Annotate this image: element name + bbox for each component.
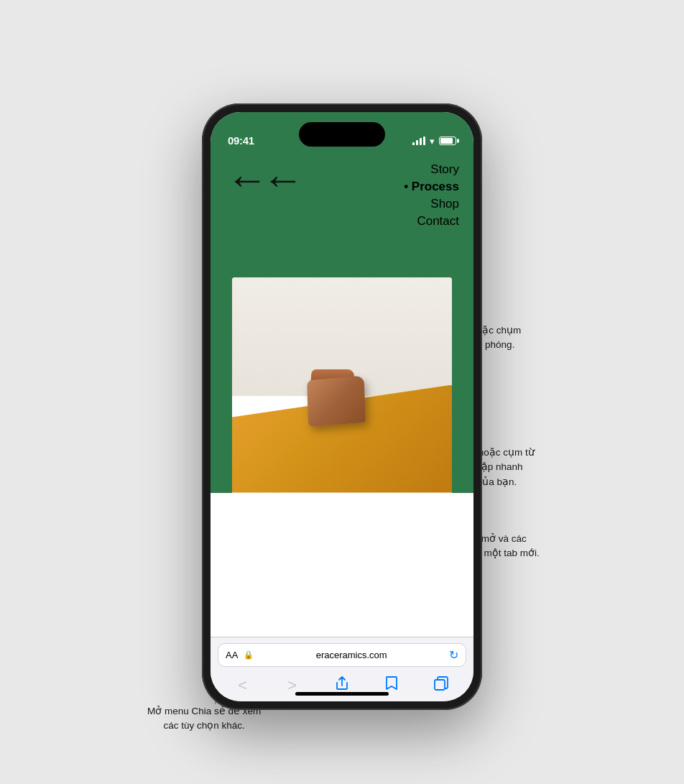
address-bar[interactable]: AA 🔒 eraceramics.com ↻ (218, 643, 466, 667)
lock-icon: 🔒 (244, 650, 254, 660)
nav-process[interactable]: Process (404, 180, 459, 194)
phone-screen: 09:41 ▾ (211, 112, 473, 701)
nav-story[interactable]: Story (430, 162, 459, 177)
ceramic-object (308, 378, 365, 428)
tabs-button[interactable] (428, 673, 454, 698)
site-nav: Story Process Shop Contact (404, 162, 459, 229)
nav-shop[interactable]: Shop (430, 197, 459, 211)
battery-icon (439, 137, 456, 145)
ceramic-body (307, 375, 366, 427)
dynamic-island (299, 122, 385, 147)
reload-button[interactable]: ↻ (449, 648, 458, 662)
status-icons: ▾ (412, 136, 456, 147)
back-icon: < (238, 676, 247, 695)
back-button[interactable]: < (230, 673, 256, 698)
home-indicator (295, 692, 389, 696)
product-image-container (232, 277, 452, 493)
url-display[interactable]: eraceramics.com (259, 650, 443, 660)
tabs-icon (434, 676, 448, 694)
nav-contact[interactable]: Contact (417, 214, 459, 229)
wifi-icon: ▾ (430, 136, 435, 147)
web-content: ←← Story Process Shop Contact (211, 112, 473, 637)
signal-icon (412, 137, 425, 145)
safari-toolbar: < > (211, 670, 473, 701)
aa-button[interactable]: AA (226, 650, 238, 660)
product-section (211, 270, 473, 493)
status-time: 09:41 (228, 134, 254, 147)
phone-shell: 09:41 ▾ (202, 103, 482, 710)
product-image (232, 277, 452, 493)
svg-rect-4 (435, 680, 445, 690)
site-logo: ←← (225, 161, 297, 198)
scene: Mở hai ngón tay hoặc chụm hai ngón tay đ… (0, 14, 684, 784)
